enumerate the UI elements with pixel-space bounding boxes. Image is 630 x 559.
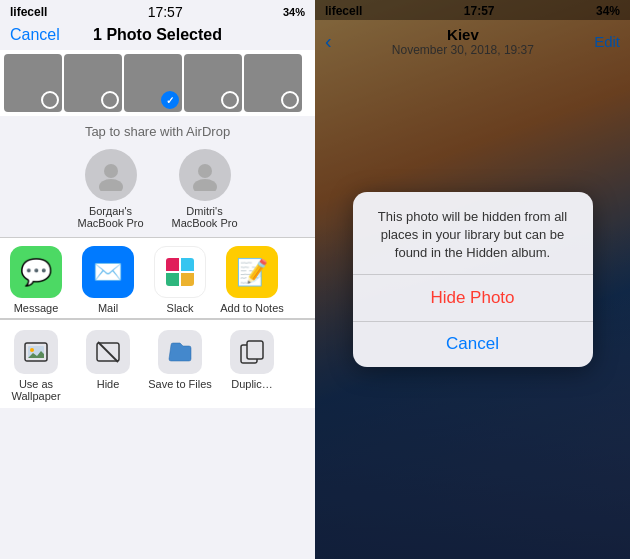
svg-rect-10 (247, 341, 263, 359)
photo-strip (0, 50, 315, 116)
photo-thumb-3[interactable] (124, 54, 182, 112)
save-files-svg (167, 339, 193, 365)
alert-overlay: This photo will be hidden from all place… (315, 0, 630, 559)
cancel-button[interactable]: Cancel (10, 26, 60, 44)
action-label-wallpaper: Use asWallpaper (11, 378, 60, 402)
app-label-slack: Slack (167, 302, 194, 314)
airdrop-person-2[interactable]: Dmitri's MacBook Pro (170, 149, 240, 229)
hide-photo-button[interactable]: Hide Photo (353, 275, 593, 321)
right-panel: lifecell 17:57 34% ‹ Kiev November 30, 2… (315, 0, 630, 559)
svg-point-0 (104, 164, 118, 178)
left-nav-bar: Cancel 1 Photo Selected (0, 22, 315, 50)
airdrop-person-1[interactable]: Богдан's MacBook Pro (76, 149, 146, 229)
left-status-icons: 34% (283, 6, 305, 18)
svg-point-6 (30, 348, 34, 352)
nav-title: 1 Photo Selected (93, 26, 222, 44)
select-circle-5 (281, 91, 299, 109)
action-wallpaper[interactable]: Use asWallpaper (0, 330, 72, 402)
slack-logo (166, 258, 194, 286)
photo-thumb-1[interactable] (4, 54, 62, 112)
messages-icon: 💬 (10, 246, 62, 298)
person-icon-1 (95, 159, 127, 191)
notes-icon: 📝 (226, 246, 278, 298)
app-item-slack[interactable]: Slack (144, 246, 216, 314)
slack-icon (154, 246, 206, 298)
airdrop-name-1: Богдан's MacBook Pro (76, 205, 146, 229)
airdrop-name-2: Dmitri's MacBook Pro (170, 205, 240, 229)
save-files-icon (158, 330, 202, 374)
app-label-message: Message (14, 302, 59, 314)
left-time: 17:57 (148, 4, 183, 20)
left-status-bar: lifecell 17:57 34% (0, 0, 315, 22)
left-panel: lifecell 17:57 34% Cancel 1 Photo Select… (0, 0, 315, 559)
airdrop-avatar-1 (85, 149, 137, 201)
airdrop-label: Tap to share with AirDrop (0, 116, 315, 145)
photo-thumb-4[interactable] (184, 54, 242, 112)
alert-cancel-button[interactable]: Cancel (353, 321, 593, 367)
photo-thumb-5[interactable] (244, 54, 302, 112)
action-hide[interactable]: Hide (72, 330, 144, 402)
left-carrier: lifecell (10, 5, 47, 19)
airdrop-row: Богдан's MacBook Pro Dmitri's MacBook Pr… (0, 145, 315, 237)
svg-point-3 (193, 179, 217, 191)
action-save-files[interactable]: Save to Files (144, 330, 216, 402)
apps-row: 💬 Message ✉️ Mail Slack 📝 Add to Notes (0, 237, 315, 319)
select-circle-3 (161, 91, 179, 109)
duplicate-svg (239, 339, 265, 365)
app-item-message[interactable]: 💬 Message (0, 246, 72, 314)
person-icon-2 (189, 159, 221, 191)
mail-icon: ✉️ (82, 246, 134, 298)
svg-point-2 (198, 164, 212, 178)
alert-dialog: This photo will be hidden from all place… (353, 192, 593, 368)
wallpaper-svg (23, 339, 49, 365)
action-duplicate[interactable]: Duplic… (216, 330, 288, 402)
app-label-mail: Mail (98, 302, 118, 314)
app-item-mail[interactable]: ✉️ Mail (72, 246, 144, 314)
airdrop-avatar-2 (179, 149, 231, 201)
select-circle-4 (221, 91, 239, 109)
alert-body: This photo will be hidden from all place… (353, 192, 593, 275)
app-item-notes[interactable]: 📝 Add to Notes (216, 246, 288, 314)
hide-svg (95, 339, 121, 365)
action-label-duplicate: Duplic… (231, 378, 273, 390)
battery-percent: 34% (283, 6, 305, 18)
photo-thumb-2[interactable] (64, 54, 122, 112)
select-circle-1 (41, 91, 59, 109)
svg-point-1 (99, 179, 123, 191)
wallpaper-icon (14, 330, 58, 374)
alert-message: This photo will be hidden from all place… (369, 208, 577, 263)
action-label-save-files: Save to Files (148, 378, 212, 390)
action-label-hide: Hide (97, 378, 120, 390)
actions-row: Use asWallpaper Hide Save to Files (0, 319, 315, 408)
select-circle-2 (101, 91, 119, 109)
svg-line-8 (98, 342, 118, 362)
app-label-notes: Add to Notes (220, 302, 284, 314)
hide-icon (86, 330, 130, 374)
duplicate-icon (230, 330, 274, 374)
